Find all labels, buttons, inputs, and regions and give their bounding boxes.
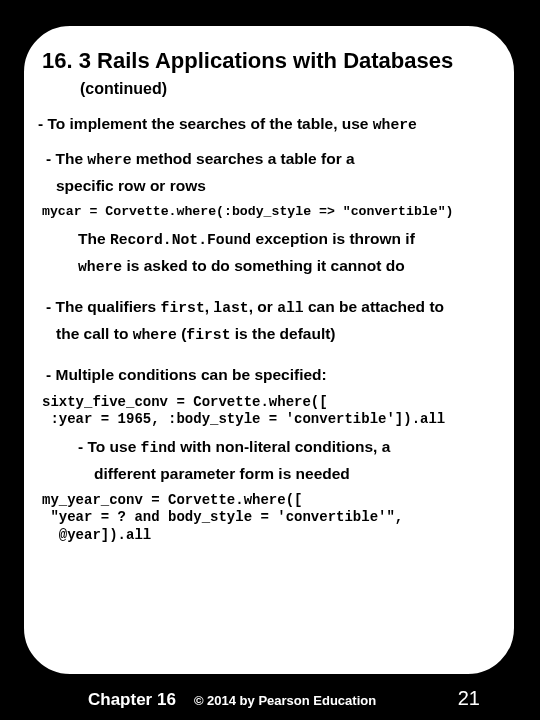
code-my-year-conv: my_year_conv = Corvette.where([ "year = … <box>42 492 500 545</box>
code-find: find <box>141 440 176 456</box>
code-all: all <box>277 300 304 316</box>
code-mycar: mycar = Corvette.where(:body_style => "c… <box>42 204 500 221</box>
code-where: where <box>78 259 122 275</box>
para-find-nonliteral-cont: different parameter form is needed <box>94 464 500 484</box>
text: ( <box>177 325 186 342</box>
code-first: first <box>161 300 205 316</box>
text: method searches a table for a <box>132 150 355 167</box>
text: - The qualifiers <box>46 298 161 315</box>
text: is the default) <box>230 325 335 342</box>
text: with non-literal conditions, a <box>176 438 390 455</box>
slide-frame: 16. 3 Rails Applications with Databases … <box>22 24 516 676</box>
chapter-label: Chapter 16 <box>88 690 176 710</box>
code-where: where <box>87 152 131 168</box>
code-last: last <box>213 300 248 316</box>
text: the call to <box>56 325 133 342</box>
slide-title: 16. 3 Rails Applications with Databases <box>42 48 500 74</box>
text: The <box>78 230 110 247</box>
code-where: where <box>133 327 177 343</box>
para-exception-cont: where is asked to do something it cannot… <box>78 256 500 277</box>
para-implement: - To implement the searches of the table… <box>38 114 500 135</box>
para-multiple-conditions: - Multiple conditions can be specified: <box>46 365 500 385</box>
para-where-method: - The where method searches a table for … <box>46 149 500 170</box>
para-where-method-cont: specific row or rows <box>56 176 500 196</box>
para-exception: The Record.Not.Found exception is thrown… <box>78 229 500 250</box>
text: , or <box>249 298 277 315</box>
text: is asked to do something it cannot do <box>122 257 404 274</box>
text: - To use <box>78 438 141 455</box>
para-qualifiers-cont: the call to where (first is the default) <box>56 324 500 345</box>
text: - The <box>46 150 87 167</box>
code-record-not-found: Record.Not.Found <box>110 232 251 248</box>
code-where: where <box>373 117 417 133</box>
page-number: 21 <box>458 687 480 710</box>
code-sixty-five-conv: sixty_five_conv = Corvette.where([ :year… <box>42 394 500 429</box>
text: can be attached to <box>304 298 444 315</box>
para-qualifiers: - The qualifiers first, last, or all can… <box>46 297 500 318</box>
text: - To implement the searches of the table… <box>38 115 373 132</box>
text: exception is thrown if <box>251 230 415 247</box>
para-find-nonliteral: - To use find with non-literal condition… <box>78 437 500 458</box>
code-first: first <box>186 327 230 343</box>
footer: Chapter 16 © 2014 by Pearson Education 2… <box>0 690 540 710</box>
copyright: © 2014 by Pearson Education <box>194 693 376 708</box>
continued-label: (continued) <box>80 80 500 98</box>
